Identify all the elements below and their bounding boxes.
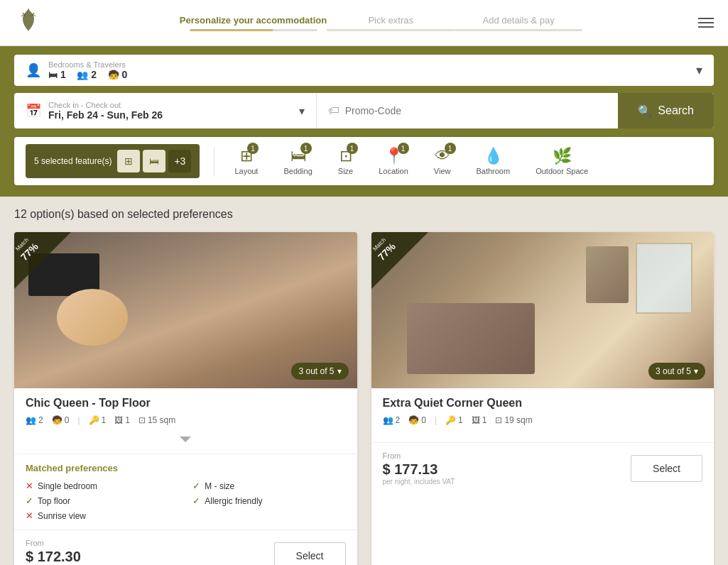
date-section[interactable]: 📅 Check in - Check out Fri, Feb 24 - Sun… <box>14 94 317 128</box>
card-amenities-1: 👥 2 🧒 0 | 🔑 1 🖼 1 <box>26 415 346 425</box>
filter-bedding[interactable]: 🛏 1 Bedding <box>278 144 317 178</box>
filter-bar: 5 selected feature(s) ⊞ 🛏 +3 ⊞ 1 Layout … <box>14 137 714 185</box>
children-amenity-2: 🧒 0 <box>408 415 426 425</box>
size-amenity-2: ⊡ 19 sqm <box>495 415 532 425</box>
filter-icon-1: ⊞ <box>117 150 140 172</box>
step-personalize[interactable]: Personalize your accommodation <box>180 15 327 31</box>
travelers-chevron: ▾ <box>696 62 702 78</box>
filter-icon-more: +3 <box>168 150 191 172</box>
check-icon-3: ✓ <box>192 495 200 506</box>
card-body-2: Extra Quiet Corner Queen 👥 2 🧒 0 | 🔑 1 <box>371 388 715 442</box>
pref-label-topfloor: Top floor <box>38 496 70 506</box>
promo-section[interactable]: 🏷 <box>317 97 619 124</box>
adults-amenity-2: 👥 2 <box>383 415 401 425</box>
step-extras[interactable]: Pick extras <box>327 15 455 31</box>
results-count: 12 option(s) based on selected preferenc… <box>14 208 714 221</box>
expand-button-1[interactable] <box>26 434 346 445</box>
filter-outdoor[interactable]: 🌿 Outdoor Space <box>530 144 594 178</box>
selected-count-label: 5 selected feature(s) <box>34 156 112 166</box>
card-image-2: Match 77% 3 out of 5 ▾ <box>371 232 715 388</box>
select-button-2[interactable]: Select <box>631 455 702 482</box>
image-icon-1: 🖼 <box>114 415 123 425</box>
travelers-row[interactable]: 👤 Bedrooms & Travelers 🛏 1 👥 2 🧒 0 ▾ <box>14 55 714 86</box>
calendar-icon: 📅 <box>26 103 41 119</box>
size-icon-1: ⊡ <box>138 415 146 425</box>
filter-location[interactable]: 📍 1 Location <box>373 144 414 178</box>
hamburger-menu[interactable] <box>698 18 714 28</box>
pref-sunrise: ✕ Sunrise view <box>26 510 178 521</box>
out-of-text-1: 3 out of 5 <box>298 366 334 376</box>
select-button-1[interactable]: Select <box>274 542 346 565</box>
pref-top-floor: ✓ Top floor <box>26 495 178 506</box>
card-amenities-2: 👥 2 🧒 0 | 🔑 1 🖼 1 <box>383 415 703 425</box>
promo-input[interactable] <box>345 105 607 116</box>
adults-icon-2: 👥 <box>383 415 393 425</box>
chevron-down-icon-1: ▾ <box>337 366 342 376</box>
adults-amenity-1: 👥 2 <box>26 415 43 425</box>
match-badge-1: Match 77% <box>14 232 71 289</box>
header: Personalize your accommodation Pick extr… <box>0 0 728 46</box>
filter-size[interactable]: ⊡ 1 Size <box>332 144 359 178</box>
pref-allergic: ✓ Allergic friendly <box>192 495 345 506</box>
person-icon: 👤 <box>26 62 41 78</box>
pref-label-msize: M - size <box>205 481 234 491</box>
bathroom-icon: 💧 <box>484 147 503 165</box>
bedroom-icon: 🛏 <box>48 70 58 80</box>
steps-container: Personalize your accommodation Pick extr… <box>64 15 698 31</box>
room-card-2: Match 77% 3 out of 5 ▾ Extra Quiet Corne… <box>371 232 715 565</box>
size-icon-2: ⊡ <box>495 415 502 425</box>
preferences-title-1: Matched preferences <box>26 463 346 473</box>
content-area: 12 option(s) based on selected preferenc… <box>0 197 728 565</box>
match-badge-2: Match 77% <box>371 232 428 289</box>
tag-icon: 🏷 <box>328 104 339 117</box>
cross-icon-1: ✕ <box>26 481 33 491</box>
room-card-1: Match 77% 3 out of 5 ▾ Chic Queen - Top … <box>14 232 357 565</box>
preferences-grid-1: ✕ Single bedroom ✓ M - size ✓ Top floor … <box>26 481 346 521</box>
checkin-label: Check in - Check out <box>48 101 163 109</box>
out-of-badge-2[interactable]: 3 out of 5 ▾ <box>648 363 705 380</box>
adults-icon-1: 👥 <box>26 415 36 425</box>
travelers-value: 🛏 1 👥 2 🧒 0 <box>48 69 696 80</box>
search-area: 👤 Bedrooms & Travelers 🛏 1 👥 2 🧒 0 ▾ 📅 C… <box>0 46 728 137</box>
search-button[interactable]: 🔍 Search <box>618 93 714 128</box>
filter-bathroom[interactable]: 💧 Bathroom <box>470 144 516 178</box>
key-icon-1: 🔑 <box>89 415 99 425</box>
price-from-1: From <box>26 539 98 547</box>
out-of-badge-1[interactable]: 3 out of 5 ▾ <box>291 363 348 380</box>
pref-single-bedroom: ✕ Single bedroom <box>26 481 178 491</box>
pref-m-size: ✓ M - size <box>192 481 345 491</box>
price-section-2: From $ 177.13 per night, includes VAT Se… <box>371 442 715 494</box>
out-of-text-2: 3 out of 5 <box>656 366 691 376</box>
key-amenity-1: 🔑 1 <box>89 415 107 425</box>
key-amenity-2: 🔑 1 <box>445 415 463 425</box>
price-note-2: per night, includes VAT <box>383 478 455 486</box>
key-icon-2: 🔑 <box>445 415 456 425</box>
pref-label-allergic: Allergic friendly <box>205 496 262 506</box>
size-amenity-1: ⊡ 15 sqm <box>138 415 175 425</box>
children-icon-1: 🧒 <box>52 415 63 425</box>
step-details[interactable]: Add details & pay <box>455 15 582 31</box>
selected-features[interactable]: 5 selected feature(s) ⊞ 🛏 +3 <box>26 144 200 178</box>
price-amount-1: $ 172.30 <box>26 549 98 565</box>
chevron-down-icon-2: ▾ <box>694 366 698 376</box>
checkin-dates: Fri, Feb 24 - Sun, Feb 26 <box>48 109 163 121</box>
search-icon: 🔍 <box>638 104 652 118</box>
image-icon-2: 🖼 <box>472 415 480 425</box>
price-amount-2: $ 177.13 <box>383 461 455 478</box>
date-chevron: ▾ <box>299 104 305 118</box>
price-block-2: From $ 177.13 per night, includes VAT <box>383 451 455 486</box>
price-from-2: From <box>383 451 455 460</box>
children-icon-2: 🧒 <box>408 415 419 425</box>
filter-layout[interactable]: ⊞ 1 Layout <box>229 144 264 178</box>
pref-label-sunrise: Sunrise view <box>38 511 86 521</box>
divider <box>214 147 214 175</box>
check-icon-2: ✓ <box>26 495 33 506</box>
children-icon: 🧒 <box>108 70 119 80</box>
cards-grid: Match 77% 3 out of 5 ▾ Chic Queen - Top … <box>14 232 714 565</box>
adults-icon: 👥 <box>77 70 88 80</box>
filter-view[interactable]: 👁 1 View <box>428 144 457 178</box>
outdoor-icon: 🌿 <box>553 147 572 165</box>
pref-label-single: Single bedroom <box>38 481 97 491</box>
card-title-2: Extra Quiet Corner Queen <box>383 397 703 410</box>
image-amenity-1: 🖼 1 <box>114 415 130 425</box>
